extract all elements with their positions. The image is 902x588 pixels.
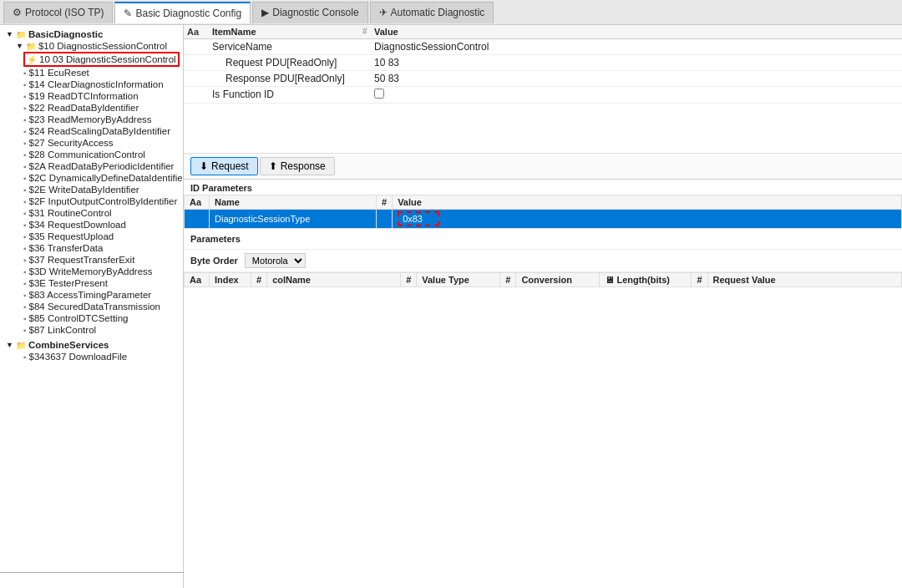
leaf-icon-22: ▪ xyxy=(23,104,27,113)
tree-item-84-label: $84 SecuredDataTransmission xyxy=(29,302,160,312)
leaf-icon-23: ▪ xyxy=(23,115,27,124)
tree-item-2e[interactable]: ▪ $2E WriteDataByIdentifier xyxy=(0,184,183,195)
tree-item-34[interactable]: ▪ $34 RequestDownload xyxy=(0,219,183,231)
tree-item-3d[interactable]: ▪ $3D WriteMemoryByAddress xyxy=(0,266,183,277)
tree-item-2a[interactable]: ▪ $2A ReadDataByPeriodicIdentifier xyxy=(0,160,183,172)
tree-root-combine[interactable]: ▼ 📁 CombineServices xyxy=(0,339,183,351)
leaf-icon-87: ▪ xyxy=(23,326,27,335)
id-params-row-1[interactable]: DiagnosticSessionType 0x83 xyxy=(185,210,902,229)
tree-item-22[interactable]: ▪ $22 ReadDataByIdentifier xyxy=(0,102,183,114)
tree-item-84[interactable]: ▪ $84 SecuredDataTransmission xyxy=(0,301,183,312)
leaf-icon-3d: ▪ xyxy=(23,267,27,276)
tree-item-23-label: $23 ReadMemoryByAddress xyxy=(29,114,152,124)
byte-order-section: Parameters xyxy=(184,229,902,250)
tree-item-343637[interactable]: ▪ $343637 DownloadFile xyxy=(0,351,183,362)
is-function-label: Is Function ID xyxy=(212,89,362,101)
tree-item-24[interactable]: ▪ $24 ReadScalingDataByIdentifier xyxy=(0,125,183,137)
tree-root-icon: 📁 xyxy=(16,30,26,39)
id-parameters-section: ID Parameters Aa Name # Value Diagnostic… xyxy=(184,180,902,229)
tab-diagnostic-console[interactable]: ▶ Diagnostic Console xyxy=(252,2,367,23)
leaf-icon-84: ▪ xyxy=(23,302,27,312)
byte-order-label: Byte Order xyxy=(190,256,238,266)
tree-item-23[interactable]: ▪ $23 ReadMemoryByAddress xyxy=(0,114,183,125)
leaf-icon-1003: ⚡ xyxy=(27,55,37,64)
id-col-aa: Aa xyxy=(185,195,210,210)
param-col-valuetype: Value Type xyxy=(417,273,500,287)
col-value-header: Value xyxy=(374,27,899,37)
tree-item-85[interactable]: ▪ $85 ControlDTCSetting xyxy=(0,312,183,324)
tree-item-22-label: $22 ReadDataByIdentifier xyxy=(29,103,139,113)
tab-basic-diagnostic[interactable]: ✎ Basic Diagnostic Config xyxy=(114,2,251,23)
leaf-icon-83: ▪ xyxy=(23,291,27,300)
tree-item-1003[interactable]: ⚡ 10 03 DiagnosticSessionControl xyxy=(23,52,180,67)
tree-item-27[interactable]: ▪ $27 SecurityAccess xyxy=(0,137,183,149)
param-col-conversion: Conversion xyxy=(516,273,600,287)
tree-root-collapse-icon: ▼ xyxy=(6,30,13,38)
console-icon: ▶ xyxy=(261,7,269,18)
row-aa-2 xyxy=(187,57,212,68)
tree-item-87[interactable]: ▪ $87 LinkControl xyxy=(0,324,183,336)
request-label: Request xyxy=(211,160,249,172)
leaf-icon-24: ▪ xyxy=(23,127,27,136)
tree-item-2f-label: $2F InputOutputControlByIdentifier xyxy=(29,196,178,206)
row-aa-1 xyxy=(187,41,212,53)
response-pdu-row: Response PDU[ReadOnly] 50 83 xyxy=(184,71,902,87)
request-pdu-value: 10 83 xyxy=(374,57,899,68)
leaf-icon-31: ▪ xyxy=(23,209,27,218)
tree-item-36[interactable]: ▪ $36 TransferData xyxy=(0,242,183,254)
tab-automatic-diagnostic[interactable]: ✈ Automatic Diagnostic xyxy=(370,2,494,23)
param-col-hash4: # xyxy=(692,273,707,287)
tree-item-31[interactable]: ▪ $31 RoutineControl xyxy=(0,207,183,219)
tree-item-28-label: $28 CommunicationControl xyxy=(29,150,145,160)
tree-item-37[interactable]: ▪ $37 RequestTransferExit xyxy=(0,254,183,266)
tree-item-2c[interactable]: ▪ $2C DynamicallyDefineDataIdentifier xyxy=(0,172,183,184)
is-function-id-row: Is Function ID xyxy=(184,87,902,104)
tree-item-10-group[interactable]: ▼ 📁 $10 DiagnosticSessionControl xyxy=(0,40,183,52)
byte-order-row: Byte Order Motorola Intel xyxy=(184,250,902,272)
tree-item-11-label: $11 EcuReset xyxy=(29,68,89,78)
id-row1-hash xyxy=(377,210,393,229)
tree-item-2f[interactable]: ▪ $2F InputOutputControlByIdentifier xyxy=(0,195,183,207)
tree-item-83[interactable]: ▪ $83 AccessTimingParameter xyxy=(0,289,183,301)
byte-order-select[interactable]: Motorola Intel xyxy=(245,253,306,268)
id-row1-name: DiagnosticSessionType xyxy=(210,210,377,229)
leaf-icon-2a: ▪ xyxy=(23,162,27,171)
id-row1-value: 0x83 xyxy=(393,210,902,229)
tree-item-3e[interactable]: ▪ $3E TesterPresent xyxy=(0,277,183,289)
tree-item-37-label: $37 RequestTransferExit xyxy=(29,255,135,265)
leaf-icon-19: ▪ xyxy=(23,92,27,101)
tree-item-36-label: $36 TransferData xyxy=(29,243,104,253)
tab-protocol[interactable]: ⚙ Protocol (ISO TP) xyxy=(3,2,113,23)
is-function-checkbox[interactable] xyxy=(374,89,384,99)
leaf-icon-2c: ▪ xyxy=(23,174,27,183)
leaf-icon-343637: ▪ xyxy=(23,352,27,362)
leaf-icon-36: ▪ xyxy=(23,244,27,253)
tree-item-11[interactable]: ▪ $11 EcuReset xyxy=(0,67,183,79)
leaf-icon-28: ▪ xyxy=(23,150,27,160)
tree-item-3e-label: $3E TesterPresent xyxy=(29,278,108,288)
tree-item-35[interactable]: ▪ $35 RequestUpload xyxy=(0,231,183,242)
basic-diag-icon: ✎ xyxy=(124,8,132,19)
id-params-header-row: Aa Name # Value xyxy=(185,195,902,210)
tree-bottom-separator xyxy=(0,572,184,573)
tree-combine-expand-icon: ▼ xyxy=(6,341,13,349)
request-button[interactable]: ⬇ Request xyxy=(190,157,258,175)
tree-item-19[interactable]: ▪ $19 ReadDTCInformation xyxy=(0,90,183,102)
param-col-index: Index xyxy=(210,273,251,287)
response-button[interactable]: ⬆ Response xyxy=(260,157,335,175)
tree-item-24-label: $24 ReadScalingDataByIdentifier xyxy=(29,126,170,136)
id-value-edit[interactable]: 0x83 xyxy=(398,211,439,226)
leaf-icon-11: ▪ xyxy=(23,68,27,78)
request-pdu-label: Request PDU[ReadOnly] xyxy=(212,57,362,68)
tree-item-14[interactable]: ▪ $14 ClearDiagnosticInformation xyxy=(0,79,183,90)
is-function-value xyxy=(374,89,899,101)
group-expand-icon: ▼ xyxy=(16,42,23,50)
leaf-icon-3e: ▪ xyxy=(23,279,27,288)
tree-root-basic[interactable]: ▼ 📁 BasicDiagnostic xyxy=(0,28,183,40)
tree-item-28[interactable]: ▪ $28 CommunicationControl xyxy=(0,149,183,160)
tree-item-83-label: $83 AccessTimingParameter xyxy=(29,290,152,300)
id-row1-aa xyxy=(185,210,210,229)
tab-bar: ⚙ Protocol (ISO TP) ✎ Basic Diagnostic C… xyxy=(0,0,902,25)
tree-panel: ▼ 📁 BasicDiagnostic ▼ 📁 $10 DiagnosticSe… xyxy=(0,25,184,588)
tree-item-85-label: $85 ControlDTCSetting xyxy=(29,313,129,323)
